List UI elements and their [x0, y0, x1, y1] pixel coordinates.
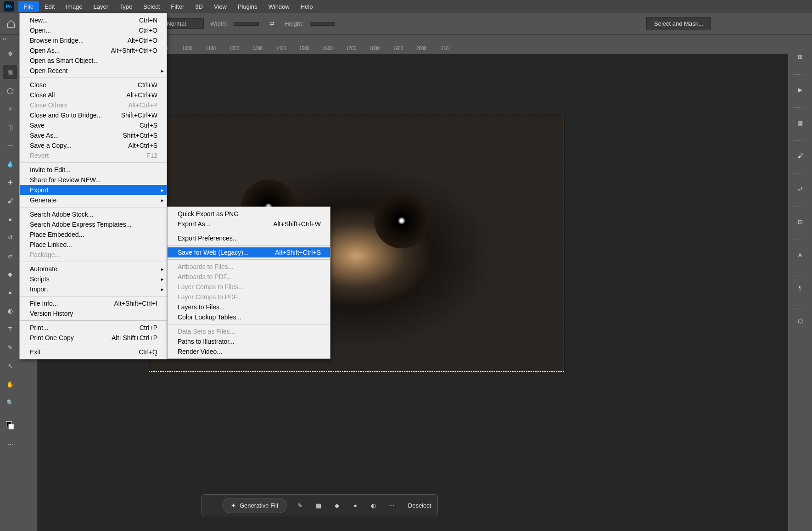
tool-pen[interactable]: ✎ — [3, 341, 17, 354]
menu-plugins[interactable]: Plugins — [232, 1, 263, 12]
file-menu-item-search-adobe-stock[interactable]: Search Adobe Stock... — [20, 209, 167, 219]
panel-char-icon[interactable]: ⊡ — [793, 215, 807, 229]
panel-swap-icon[interactable]: ⇄ — [793, 182, 807, 196]
ruler-tick: 1700 — [346, 46, 356, 51]
panel-brushset-icon[interactable]: 🖌 — [793, 149, 807, 162]
export-menu-item-export-as[interactable]: Export As...Alt+Shift+Ctrl+W — [168, 219, 330, 229]
tool-heal[interactable]: ✚ — [3, 175, 17, 189]
export-menu-item-save-for-web-legacy[interactable]: Save for Web (Legacy)...Alt+Shift+Ctrl+S — [168, 247, 330, 257]
generative-fill-button[interactable]: ✦ Generative Fill — [222, 498, 287, 513]
menu-help[interactable]: Help — [295, 1, 319, 12]
file-menu-item-place-linked[interactable]: Place Linked... — [20, 240, 167, 250]
tool-artboard[interactable]: ▧ — [3, 65, 17, 79]
fill-icon[interactable]: ◆ — [332, 502, 342, 509]
style-select[interactable]: Normal — [162, 18, 204, 29]
file-menu-item-share-for-review-new[interactable]: Share for Review NEW... — [20, 175, 167, 185]
tool-lasso[interactable]: ◯ — [3, 84, 17, 97]
tool-wand[interactable]: ✧ — [3, 102, 17, 116]
file-menu-item-open-as-smart-object[interactable]: Open as Smart Object... — [20, 56, 167, 66]
export-menu-item-export-preferences[interactable]: Export Preferences... — [168, 233, 330, 243]
tool-stamp[interactable]: ▲ — [3, 212, 17, 226]
menu-filter[interactable]: Filter — [165, 1, 190, 12]
file-menu-item-open[interactable]: Open...Ctrl+O — [20, 25, 167, 35]
panel-play-icon[interactable]: ▶ — [793, 83, 807, 96]
menu-type[interactable]: Type — [114, 1, 138, 12]
export-menu-item-render-video[interactable]: Render Video... — [168, 347, 330, 357]
app-logo: Ps — [4, 1, 14, 11]
tool-zoom[interactable]: 🔍 — [3, 396, 17, 409]
file-menu-item-open-recent[interactable]: Open Recent — [20, 66, 167, 76]
menu-image[interactable]: Image — [60, 1, 88, 12]
brush-edit-icon[interactable]: ✎ — [295, 502, 305, 509]
file-menu-item-exit[interactable]: ExitCtrl+Q — [20, 347, 167, 357]
file-menu-item-browse-in-bridge[interactable]: Browse in Bridge...Alt+Ctrl+O — [20, 35, 167, 45]
file-menu-item-close[interactable]: CloseCtrl+W — [20, 80, 167, 90]
tool-path[interactable]: ↖ — [3, 359, 17, 373]
file-menu-item-export[interactable]: Export — [20, 185, 167, 195]
menu-view[interactable]: View — [208, 1, 232, 12]
file-menu-item-revert: RevertF12 — [20, 151, 167, 161]
panel-lib-icon[interactable]: ▦ — [793, 116, 807, 129]
file-menu-item-version-history[interactable]: Version History — [20, 308, 167, 319]
tool-history[interactable]: ↺ — [3, 230, 17, 244]
file-menu-item-close-all[interactable]: Close AllAlt+Ctrl+W — [20, 90, 167, 100]
width-input[interactable] — [234, 22, 259, 26]
menu-layer[interactable]: Layer — [88, 1, 114, 12]
file-menu-item-save[interactable]: SaveCtrl+S — [20, 120, 167, 130]
file-menu-item-save-a-copy[interactable]: Save a Copy...Alt+Ctrl+S — [20, 140, 167, 151]
file-menu-item-close-others: Close OthersAlt+Ctrl+P — [20, 100, 167, 110]
file-menu-item-new[interactable]: New...Ctrl+N — [20, 15, 167, 25]
tool-frame[interactable]: ▭ — [3, 139, 17, 152]
swap-wh-icon[interactable]: ⇄ — [265, 17, 278, 30]
tool-eraser[interactable]: ▱ — [3, 249, 17, 263]
export-menu-item-paths-to-illustrator[interactable]: Paths to Illustrator... — [168, 336, 330, 347]
tool-crop[interactable]: ◫ — [3, 120, 17, 134]
file-menu-item-print-one-copy[interactable]: Print One CopyAlt+Shift+Ctrl+P — [20, 333, 167, 343]
tool-brush[interactable]: 🖌 — [3, 194, 17, 207]
panel-para-icon[interactable]: ¶ — [793, 281, 807, 295]
menu-select[interactable]: Select — [138, 1, 165, 12]
tool-blur[interactable]: ● — [3, 285, 17, 299]
select-and-mask-button[interactable]: Select and Mask... — [646, 17, 711, 30]
panel-cube-icon[interactable]: ⬡ — [793, 314, 807, 328]
file-menu-item-place-embedded[interactable]: Place Embedded... — [20, 229, 167, 240]
menu-3d[interactable]: 3D — [190, 1, 208, 12]
menu-file[interactable]: File — [18, 1, 39, 12]
panel-text-icon[interactable]: A — [793, 248, 807, 262]
file-menu-item-automate[interactable]: Automate — [20, 264, 167, 274]
file-menu-item-import[interactable]: Import — [20, 284, 167, 294]
panel-guides-icon[interactable]: ⊞ — [793, 50, 807, 63]
mask-icon[interactable]: ◐ — [369, 502, 379, 509]
file-menu-item-search-adobe-express-templates[interactable]: Search Adobe Express Templates... — [20, 219, 167, 229]
file-menu-item-open-as[interactable]: Open As...Alt+Shift+Ctrl+O — [20, 45, 167, 56]
menu-window[interactable]: Window — [263, 1, 295, 12]
tool-dodge[interactable]: ◐ — [3, 304, 17, 318]
file-menu-item-print[interactable]: Print...Ctrl+P — [20, 323, 167, 333]
export-menu-item-layers-to-files[interactable]: Layers to Files... — [168, 302, 330, 312]
file-menu-item-invite-to-edit[interactable]: Invite to Edit... — [20, 165, 167, 175]
height-input[interactable] — [310, 22, 335, 26]
color-swatch[interactable] — [3, 419, 17, 432]
tool-move[interactable]: ✥ — [3, 47, 17, 61]
tool-hand[interactable]: ✋ — [3, 377, 17, 391]
transform-icon[interactable]: ▦ — [314, 502, 324, 509]
export-menu-item-quick-export-as-png[interactable]: Quick Export as PNG — [168, 209, 330, 219]
export-menu-item-color-lookup-tables[interactable]: Color Lookup Tables... — [168, 312, 330, 322]
file-menu-item-generate[interactable]: Generate — [20, 195, 167, 205]
file-menu-item-scripts[interactable]: Scripts — [20, 274, 167, 284]
tool-type[interactable]: T — [3, 322, 17, 336]
file-menu-item-save-as[interactable]: Save As...Shift+Ctrl+S — [20, 130, 167, 140]
drag-handle-icon[interactable]: ⋮ — [208, 502, 214, 509]
edit-toolbar-icon[interactable]: ⋯ — [3, 437, 17, 451]
expand-chevrons-icon[interactable]: ›› — [0, 36, 6, 41]
home-icon[interactable] — [5, 17, 17, 30]
tool-bucket[interactable]: ◆ — [3, 267, 17, 281]
menu-edit[interactable]: Edit — [39, 1, 60, 12]
adjustment-icon[interactable]: ● — [350, 502, 360, 509]
file-menu-item-file-info[interactable]: File Info...Alt+Shift+Ctrl+I — [20, 298, 167, 308]
file-menu-item-close-and-go-to-bridge[interactable]: Close and Go to Bridge...Shift+Ctrl+W — [20, 110, 167, 120]
width-label: Width: — [210, 20, 227, 27]
more-icon[interactable]: ⋯ — [387, 502, 397, 509]
deselect-button[interactable]: Deselect — [405, 502, 431, 509]
tool-eyedrop[interactable]: 💧 — [3, 157, 17, 171]
